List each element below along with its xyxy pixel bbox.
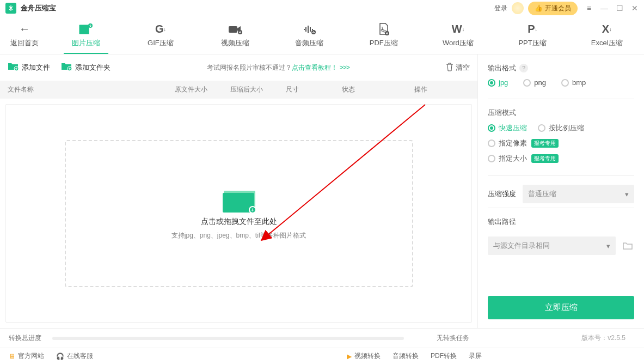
radio-label: bmp (572, 78, 586, 87)
login-link[interactable]: 登录 (494, 4, 507, 13)
tab-gif[interactable]: G↓ GIF压缩 (124, 16, 198, 54)
ppt-icon: P↓ (528, 23, 537, 36)
maximize-icon[interactable]: ☐ (616, 4, 623, 13)
tab-label: Excel压缩 (591, 38, 623, 48)
video-convert-link[interactable]: ▶视频转换 (347, 351, 381, 361)
radio-jpg[interactable]: jpg (488, 78, 508, 87)
tab-word[interactable]: W↓ Word压缩 (421, 16, 495, 54)
pdf-convert-link[interactable]: PDF转换 (431, 351, 457, 361)
strength-select[interactable]: 普通压缩 ▾ (523, 185, 634, 203)
col-dimensions: 尺寸 (286, 85, 341, 94)
col-status: 状态 (342, 85, 414, 94)
radio-label: 指定大小 (499, 154, 527, 163)
drop-subtitle: 支持jpg、png、jpeg、bmp、tif等多种图片格式 (171, 231, 306, 240)
official-site-link[interactable]: 🖥官方网站 (9, 351, 44, 361)
radio-bmp[interactable]: bmp (561, 78, 586, 87)
close-icon[interactable]: ✕ (631, 4, 639, 13)
add-file-label: 添加文件 (22, 63, 50, 72)
col-operation: 操作 (414, 85, 470, 94)
image-icon (79, 23, 93, 36)
app-logo-icon (5, 3, 16, 14)
gif-icon: G↓ (155, 23, 166, 36)
progress-bar (52, 337, 404, 340)
radio-mode-fast[interactable]: 快速压缩 (488, 123, 527, 133)
tab-label: PDF压缩 (370, 38, 398, 48)
menu-icon[interactable]: ≡ (585, 4, 593, 13)
progress-status: 无转换任务 (404, 333, 469, 343)
drop-zone[interactable]: + 点击或拖拽文件至此处 支持jpg、png、jpeg、bmp、tif等多种图片… (65, 140, 413, 287)
link-label: 音频转换 (392, 351, 419, 361)
radio-label: jpg (499, 78, 508, 87)
list-header: 文件名称 原文件大小 压缩后大小 尺寸 状态 操作 (0, 81, 477, 99)
radio-png[interactable]: png (523, 78, 546, 87)
word-icon: W↓ (452, 23, 464, 36)
version-label: 版本号：v2.5.5 (469, 333, 635, 343)
compress-button[interactable]: 立即压缩 (488, 296, 634, 319)
radio-mode-ratio[interactable]: 按比例压缩 (538, 123, 584, 133)
promo-link[interactable]: 点击查看教程！ (292, 64, 338, 71)
screen-record-link[interactable]: 录屏 (469, 351, 482, 361)
tab-label: Word压缩 (443, 38, 474, 48)
support-link[interactable]: 🎧在线客服 (56, 351, 93, 361)
output-path-select[interactable]: 与源文件目录相同 ▾ (488, 236, 616, 255)
link-label: 录屏 (469, 351, 482, 361)
back-arrow-icon: ← (19, 23, 30, 36)
browse-folder-button[interactable] (621, 239, 634, 252)
output-format-label: 输出格式 (488, 63, 516, 73)
link-label: 官方网站 (18, 351, 44, 361)
progress-label: 转换总进度 (9, 333, 52, 343)
tab-label: PPT压缩 (518, 38, 546, 48)
tab-excel[interactable]: X↓ Excel压缩 (569, 16, 644, 54)
svg-rect-1 (229, 26, 237, 33)
radio-mode-size[interactable]: 指定大小报考专用 (488, 154, 559, 163)
add-file-button[interactable]: 添加文件 (8, 62, 50, 74)
avatar[interactable] (512, 2, 524, 14)
tab-pdf[interactable]: PDF压缩 (347, 16, 421, 54)
video-convert-icon: ▶ (347, 353, 352, 360)
vip-button[interactable]: 👍 开通会员 (528, 2, 578, 15)
add-folder-button[interactable]: 添加文件夹 (61, 62, 111, 74)
vip-button-label: 开通会员 (545, 4, 571, 13)
tab-video[interactable]: 视频压缩 (198, 16, 272, 54)
chevron-down-icon: ▾ (606, 242, 610, 250)
promo-arrows-icon: >>> (340, 64, 349, 71)
radio-label: 按比例压缩 (549, 123, 584, 133)
folder-add-icon (61, 62, 72, 74)
audio-convert-link[interactable]: 音频转换 (392, 351, 419, 361)
help-icon[interactable]: ? (519, 64, 528, 72)
tab-image[interactable]: 图片压缩 (49, 16, 124, 54)
folder-drop-icon: + (223, 186, 255, 213)
excel-icon: X↓ (602, 23, 612, 36)
output-path-label: 输出路径 (488, 217, 516, 227)
pdf-icon (378, 23, 389, 36)
strength-label: 压缩强度 (488, 189, 516, 199)
add-folder-label: 添加文件夹 (75, 63, 111, 72)
folder-add-icon (8, 62, 19, 74)
col-original-size: 原文件大小 (175, 85, 230, 94)
exam-badge: 报考专用 (531, 139, 559, 148)
exam-badge: 报考专用 (531, 154, 559, 163)
link-label: 视频转换 (354, 351, 381, 361)
chevron-down-icon: ▾ (625, 190, 629, 198)
compress-mode-label: 压缩模式 (488, 108, 516, 118)
strength-value: 普通压缩 (528, 189, 556, 199)
promo-prefix: 考试网报名照片审核不通过？ (207, 64, 292, 71)
tab-ppt[interactable]: P↓ PPT压缩 (495, 16, 570, 54)
col-compressed-size: 压缩后大小 (230, 85, 286, 94)
radio-label: png (534, 78, 546, 87)
link-label: 在线客服 (67, 351, 93, 361)
minimize-icon[interactable]: — (600, 4, 608, 13)
promo-text: 考试网报名照片审核不通过？点击查看教程！ >>> (121, 63, 435, 72)
thumbs-up-icon: 👍 (535, 4, 543, 12)
back-tab[interactable]: ← 返回首页 (0, 16, 49, 54)
tab-audio[interactable]: 音频压缩 (272, 16, 347, 54)
clear-button[interactable]: 清空 (446, 63, 470, 73)
radio-mode-pixel[interactable]: 指定像素报考专用 (488, 138, 559, 148)
video-icon (228, 23, 242, 36)
radio-label: 快速压缩 (499, 123, 527, 133)
drop-title: 点击或拖拽文件至此处 (201, 217, 277, 227)
tab-label: 视频压缩 (221, 38, 249, 48)
trash-icon (446, 63, 453, 73)
link-label: PDF转换 (431, 351, 457, 361)
audio-icon (303, 23, 316, 36)
